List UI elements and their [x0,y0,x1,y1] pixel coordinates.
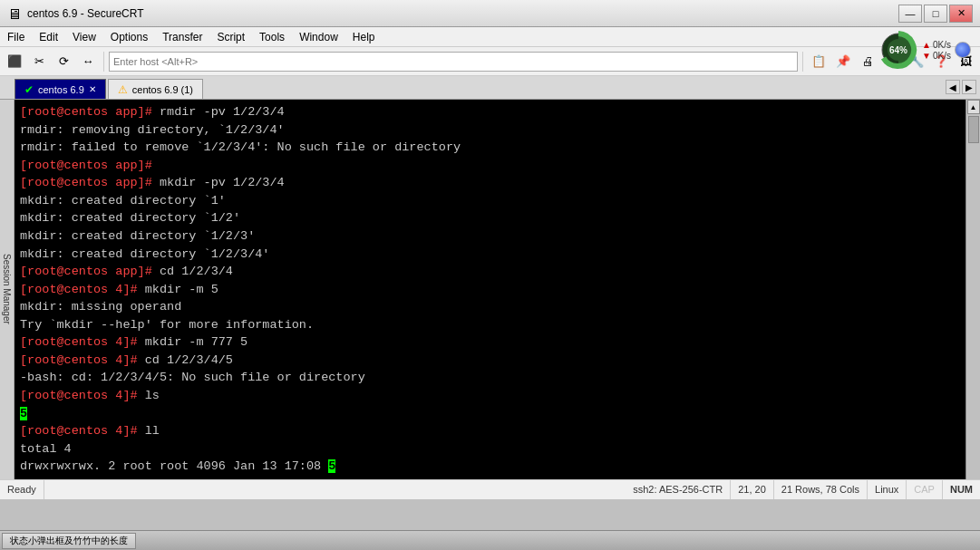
ssh-label: ssh2: AES-256-CTR [633,484,723,495]
terminal[interactable]: [root@centos app]# rmdir -pv 1/2/3/4 rmd… [15,100,965,479]
terminal-line-15: [root@centos 4]# cd 1/2/3/4/5 [20,352,960,370]
status-bar: Ready ssh2: AES-256-CTR 21, 20 21 Rows, … [0,479,980,499]
window-controls: — □ ✕ [898,5,973,23]
menu-item-script[interactable]: Script [209,29,252,45]
cpu-widget: 64% [878,30,918,70]
terminal-line-11: [root@centos 4]# mkdir -m 5 [20,281,960,299]
terminal-line-5: [root@centos app]# mkdir -pv 1/2/3/4 [20,174,960,192]
toolbar-sep-1 [103,52,104,72]
status-ssh: ssh2: AES-256-CTR [626,480,731,499]
svg-text:64%: 64% [889,45,907,55]
tab-navigation: ◀ ▶ [946,80,976,94]
prompt-11: [root@centos 4]# [20,283,138,296]
tab-label-2: centos 6.9 (1) [132,84,193,95]
position-label: 21, 20 [738,484,766,495]
terminal-line-18: 5 [20,405,960,423]
terminal-line-8: mkdir: created directory `1/2/3' [20,227,960,246]
toolbar-btn-cut[interactable]: ✂ [28,51,50,72]
menu-item-view[interactable]: View [65,29,103,45]
size-label: 21 Rows, 78 Cols [781,484,859,495]
toolbar-btn-swap[interactable]: ↔ [77,51,99,72]
net-down: 0K/s [933,51,951,61]
caps-label: CAP [914,484,935,495]
net-up: 0K/s [933,40,951,50]
address-bar[interactable] [109,52,798,72]
menu-item-help[interactable]: Help [345,29,383,45]
menu-item-file[interactable]: File [0,29,32,45]
toolbar-btn-new[interactable]: ⬛ [4,51,25,72]
terminal-line-20: total 4 [20,440,960,458]
terminal-line-4: [root@centos app]# [20,157,960,175]
menu-item-tools[interactable]: Tools [252,29,292,45]
title-bar: 🖥 centos 6.9 - SecureCRT — □ ✕ [0,0,980,27]
close-button[interactable]: ✕ [949,5,973,23]
toolbar-btn-copy[interactable]: 📋 [808,51,830,72]
status-position: 21, 20 [731,480,774,499]
tab-centos-69[interactable]: ✔ centos 6.9 ✕ [15,79,106,99]
stat-widget: 64% ▲ 0K/s ▼ 0K/s [878,30,971,70]
tab-icon-green: ✔ [24,83,34,96]
tab-close-1[interactable]: ✕ [89,84,96,94]
status-os: Linux [868,480,907,499]
terminal-line-2: rmdir: removing directory, `1/2/3/4' [20,121,960,140]
num-label: NUM [950,484,973,495]
net-stats: ▲ 0K/s ▼ 0K/s [922,40,951,61]
toolbar-btn-paste[interactable]: 📌 [832,51,854,72]
prompt-4: [root@centos app]# [20,159,152,172]
terminal-line-10: [root@centos app]# cd 1/2/3/4 [20,263,960,281]
status-size: 21 Rows, 78 Cols [774,480,868,499]
os-label: Linux [875,484,898,495]
prompt-1: [root@centos app]# [20,105,152,119]
cpu-gauge: 64% [878,30,918,70]
vertical-scrollbar[interactable]: ▲ [965,100,980,479]
menu-item-transfer[interactable]: Transfer [155,29,209,45]
window-title: centos 6.9 - SecureCRT [27,7,898,20]
terminal-line-1: [root@centos app]# rmdir -pv 1/2/3/4 [20,103,960,121]
scroll-thumb[interactable] [968,116,979,143]
taskbar: 状态小弹出框及竹竹中的长度 [0,530,980,550]
terminal-line-7: mkdir: created directory `1/2' [20,209,960,227]
session-manager-label: Session Manager [2,254,12,324]
status-caps: CAP [907,480,943,499]
prompt-10: [root@centos app]# [20,265,152,278]
prompt-19: [root@centos 4]# [20,424,138,438]
taskbar-item-1[interactable]: 状态小弹出框及竹竹中的长度 [2,533,136,549]
terminal-wrapper: [root@centos app]# rmdir -pv 1/2/3/4 rmd… [15,100,980,479]
toolbar-btn-refresh[interactable]: ⟳ [53,51,74,72]
app-icon: 🖥 [7,6,22,21]
maximize-button[interactable]: □ [924,5,947,23]
prompt-15: [root@centos 4]# [20,353,138,367]
green-char-5: 5 [20,407,27,420]
terminal-line-13: Try `mkdir --help' for more information. [20,316,960,334]
network-icon [955,42,971,58]
minimize-button[interactable]: — [898,5,922,23]
terminal-line-9: mkdir: created directory `1/2/3/4' [20,246,960,264]
tab-bar: ✔ centos 6.9 ✕ ⚠ centos 6.9 (1) ◀ ▶ [0,76,980,100]
terminal-line-3: rmdir: failed to remove `1/2/3/4': No su… [20,139,960,157]
menu-item-options[interactable]: Options [103,29,155,45]
scroll-up-button[interactable]: ▲ [967,100,980,114]
main-area: Session Manager [root@centos app]# rmdir… [0,100,980,479]
terminal-line-16: -bash: cd: 1/2/3/4/5: No such file or di… [20,369,960,387]
menu-item-window[interactable]: Window [292,29,345,45]
menu-item-edit[interactable]: Edit [32,29,65,45]
session-manager-strip[interactable]: Session Manager [0,100,15,479]
terminal-line-21: drwxrwxrwx. 2 root root 4096 Jan 13 17:0… [20,458,960,476]
tab-icon-yellow: ⚠ [118,83,128,96]
menu-bar: FileEditViewOptionsTransferScriptToolsWi… [0,27,980,47]
toolbar-sep-2 [802,52,803,72]
prompt-17: [root@centos 4]# [20,389,138,402]
tab-next-button[interactable]: ▶ [962,80,976,94]
tab-prev-button[interactable]: ◀ [946,80,960,94]
toolbar: ⬛ ✂ ⟳ ↔ 📋 📌 🖨 ⚙ 🔧 ❓ 🖼 64% ▲ 0K/s [0,47,980,76]
prompt-14: [root@centos 4]# [20,335,138,349]
prompt-5: [root@centos app]# [20,176,152,189]
status-ready: Ready [0,480,44,499]
terminal-line-19: [root@centos 4]# ll [20,422,960,440]
toolbar-btn-print[interactable]: 🖨 [857,51,878,72]
terminal-line-17: [root@centos 4]# ls [20,387,960,405]
tab-label-1: centos 6.9 [38,84,84,95]
tab-centos-69-1[interactable]: ⚠ centos 6.9 (1) [108,79,203,99]
status-num: NUM [943,480,980,499]
terminal-line-14: [root@centos 4]# mkdir -m 777 5 [20,333,960,352]
